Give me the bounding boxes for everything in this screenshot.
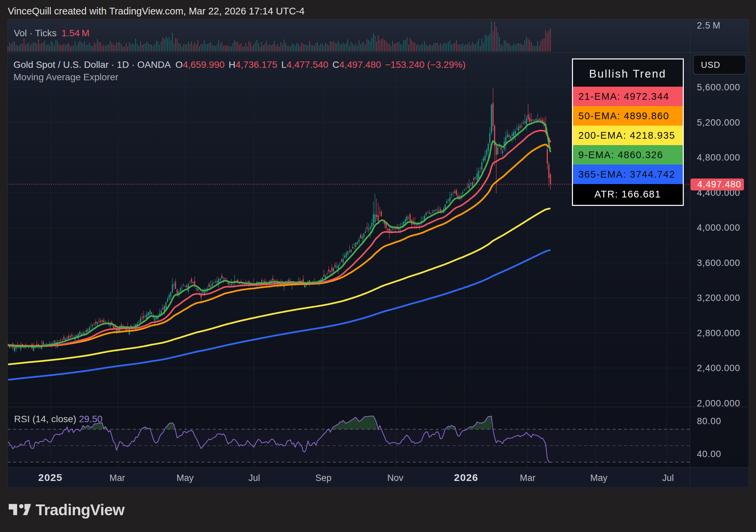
svg-text:RSI (14, close): RSI (14, close) bbox=[14, 414, 76, 424]
svg-text:TradingView: TradingView bbox=[36, 501, 125, 519]
svg-text:ATR: 166.681: ATR: 166.681 bbox=[594, 189, 661, 200]
svg-text:5,200.000: 5,200.000 bbox=[697, 118, 740, 128]
svg-text:Nov: Nov bbox=[387, 473, 404, 483]
svg-text:May: May bbox=[590, 473, 608, 483]
svg-text:2,400.000: 2,400.000 bbox=[697, 363, 740, 373]
svg-text:21-EMA: 4972.344: 21-EMA: 4972.344 bbox=[578, 91, 669, 102]
svg-text:200-EMA: 4218.935: 200-EMA: 4218.935 bbox=[578, 130, 675, 141]
svg-text:2025: 2025 bbox=[38, 472, 62, 483]
svg-text:3,600.000: 3,600.000 bbox=[697, 258, 740, 268]
svg-text:Mar: Mar bbox=[520, 473, 536, 483]
svg-text:9-EMA: 4860.326: 9-EMA: 4860.326 bbox=[578, 149, 663, 160]
svg-text:Vol · Ticks: Vol · Ticks bbox=[14, 28, 57, 38]
svg-text:USD: USD bbox=[701, 60, 720, 70]
svg-text:4,497.480: 4,497.480 bbox=[697, 179, 741, 189]
svg-text:VinceQuill created with Tradin: VinceQuill created with TradingView.com,… bbox=[8, 6, 305, 16]
svg-text:4,800.000: 4,800.000 bbox=[697, 152, 740, 163]
svg-text:2,000.000: 2,000.000 bbox=[697, 398, 740, 408]
svg-text:40.00: 40.00 bbox=[697, 449, 721, 459]
svg-text:80.00: 80.00 bbox=[697, 416, 721, 426]
svg-text:Moving Average Explorer: Moving Average Explorer bbox=[13, 72, 118, 82]
svg-text:Sep: Sep bbox=[315, 473, 331, 483]
svg-text:29.50: 29.50 bbox=[79, 414, 102, 424]
svg-text:2.5 M: 2.5 M bbox=[697, 20, 720, 31]
svg-text:3,200.000: 3,200.000 bbox=[697, 293, 740, 303]
svg-text:365-EMA: 3744.742: 365-EMA: 3744.742 bbox=[578, 169, 675, 180]
svg-text:50-EMA: 4899.860: 50-EMA: 4899.860 bbox=[578, 110, 669, 121]
svg-text:Jul: Jul bbox=[662, 473, 674, 483]
svg-text:2026: 2026 bbox=[454, 472, 478, 483]
svg-text:Mar: Mar bbox=[109, 473, 125, 483]
svg-text:May: May bbox=[176, 473, 194, 483]
svg-text:Bullish Trend: Bullish Trend bbox=[589, 68, 666, 80]
svg-text:1.54 M: 1.54 M bbox=[61, 28, 89, 38]
svg-text:4,000.000: 4,000.000 bbox=[697, 223, 740, 233]
svg-text:Jul: Jul bbox=[249, 473, 260, 483]
svg-text:Gold Spot / U.S. Dollar · 1D ·: Gold Spot / U.S. Dollar · 1D · OANDAO4,6… bbox=[13, 59, 465, 70]
svg-text:5,600.000: 5,600.000 bbox=[697, 82, 740, 92]
svg-text:2,800.000: 2,800.000 bbox=[697, 328, 740, 338]
